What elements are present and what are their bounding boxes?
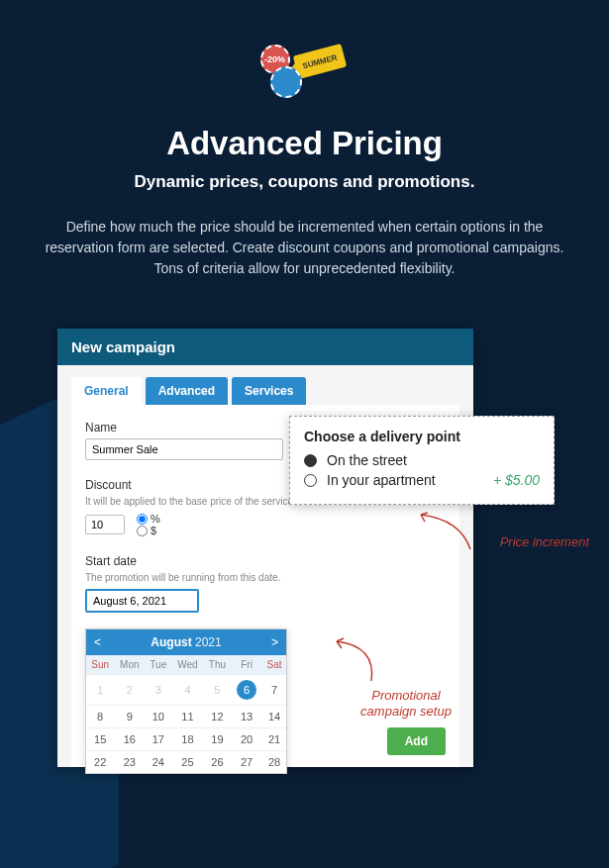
datepicker-dow: Fri [231, 655, 262, 675]
datepicker-day[interactable]: 2 [114, 675, 145, 706]
datepicker-dow: Thu [204, 655, 231, 675]
unit-percent-option[interactable]: % [137, 513, 160, 525]
datepicker-day[interactable]: 14 [262, 706, 286, 728]
datepicker-dow: Wed [171, 655, 203, 675]
datepicker-day[interactable]: 3 [145, 675, 171, 706]
datepicker-day[interactable]: 7 [262, 675, 286, 706]
datepicker-day[interactable]: 20 [231, 728, 262, 751]
radio-icon [304, 474, 317, 487]
datepicker-day[interactable]: 8 [86, 706, 114, 728]
price-increment-value: + $5.00 [493, 472, 540, 488]
tab-general[interactable]: General [71, 377, 142, 405]
delivery-title: Choose a delivery point [304, 429, 540, 444]
name-input[interactable] [85, 438, 283, 460]
discount-input[interactable] [85, 515, 125, 534]
startdate-label: Start date [85, 554, 446, 568]
panel-header: New campaign [57, 329, 473, 365]
datepicker-next[interactable]: > [271, 635, 278, 649]
datepicker-dow: Tue [145, 655, 171, 675]
datepicker-day[interactable]: 28 [262, 751, 286, 774]
page-subtitle: Dynamic prices, coupons and promotions. [0, 172, 609, 192]
sale-badge-icon [270, 66, 302, 98]
datepicker-day[interactable]: 16 [114, 728, 145, 751]
datepicker-day[interactable]: 12 [204, 706, 231, 728]
datepicker-year[interactable]: 2021 [195, 635, 222, 649]
datepicker-day[interactable]: 13 [231, 706, 262, 728]
add-button[interactable]: Add [387, 727, 446, 755]
datepicker-day[interactable]: 24 [145, 751, 171, 774]
datepicker-month[interactable]: August [151, 635, 191, 649]
datepicker-day[interactable]: 10 [145, 706, 171, 728]
datepicker-day[interactable]: 21 [262, 728, 286, 751]
datepicker-dow: Sat [262, 655, 286, 675]
radio-icon [304, 454, 317, 467]
unit-currency-option[interactable]: $ [137, 525, 160, 536]
datepicker-day[interactable]: 15 [86, 728, 114, 751]
startdate-input[interactable] [85, 589, 199, 613]
datepicker-dow: Sun [86, 655, 114, 675]
tab-services[interactable]: Services [232, 377, 306, 405]
annotation-promo-setup: Promotional campaign setup [347, 688, 465, 719]
unit-currency-radio[interactable] [137, 526, 148, 536]
datepicker-day[interactable]: 9 [114, 706, 145, 728]
datepicker-day[interactable]: 6 [231, 675, 262, 706]
datepicker-prev[interactable]: < [94, 635, 101, 649]
datepicker-day[interactable]: 23 [114, 751, 145, 774]
annotation-price-increment: Price increment [500, 534, 589, 550]
hero-icon-group: -20% SUMMER [0, 0, 609, 103]
unit-percent-radio[interactable] [137, 514, 148, 525]
datepicker-day[interactable]: 27 [231, 751, 262, 774]
datepicker-day[interactable]: 4 [171, 675, 203, 706]
page-title: Advanced Pricing [0, 125, 609, 162]
datepicker-day[interactable]: 1 [86, 675, 114, 706]
datepicker-day[interactable]: 18 [171, 728, 203, 751]
datepicker-day[interactable]: 17 [145, 728, 171, 751]
datepicker-day[interactable]: 26 [204, 751, 231, 774]
startdate-help: The promotion will be running from this … [85, 572, 446, 583]
datepicker-dow: Mon [114, 655, 145, 675]
datepicker-day[interactable]: 22 [86, 751, 114, 774]
delivery-option-street[interactable]: On the street [304, 452, 540, 468]
datepicker-day[interactable]: 11 [171, 706, 203, 728]
price-tag-icon: SUMMER [292, 44, 347, 79]
page-description: Define how much the price should be incr… [35, 217, 574, 279]
datepicker: < August 2021 > SunMonTueWedThuFriSat 12… [85, 628, 287, 774]
tab-advanced[interactable]: Advanced [146, 377, 228, 405]
delivery-point-box: Choose a delivery point On the street In… [289, 416, 555, 505]
datepicker-day[interactable]: 25 [171, 751, 203, 774]
datepicker-day[interactable]: 5 [204, 675, 231, 706]
delivery-option-apartment[interactable]: In your apartment + $5.00 [304, 472, 540, 488]
datepicker-day[interactable]: 19 [204, 728, 231, 751]
